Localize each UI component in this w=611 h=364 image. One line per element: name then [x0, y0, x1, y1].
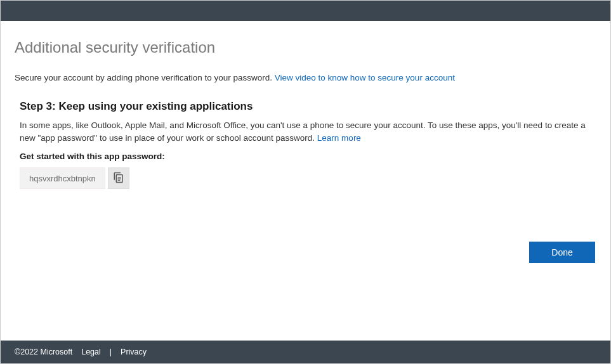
learn-more-link[interactable]: Learn more: [317, 133, 361, 143]
done-button[interactable]: Done: [529, 242, 595, 263]
footer-legal-link[interactable]: Legal: [81, 348, 101, 356]
step-description-text: In some apps, like Outlook, Apple Mail, …: [20, 120, 586, 143]
footer-separator: |: [110, 348, 112, 356]
svg-rect-2: [117, 179, 120, 180]
subtitle-line: Secure your account by adding phone veri…: [15, 73, 596, 82]
copy-icon: [113, 172, 124, 185]
app-password-row: hqsvxrdhcxbtnpkn: [20, 167, 596, 189]
footer: ©2022 Microsoft Legal | Privacy: [1, 341, 610, 363]
header-bar: [1, 1, 610, 21]
step-description: In some apps, like Outlook, Apple Mail, …: [20, 119, 596, 144]
subtitle-text: Secure your account by adding phone veri…: [15, 73, 275, 82]
app-password-value: hqsvxrdhcxbtnpkn: [20, 167, 105, 189]
svg-rect-0: [117, 177, 121, 178]
step-heading: Step 3: Keep using your existing applica…: [20, 100, 596, 113]
main-content: Additional security verification Secure …: [1, 21, 610, 341]
step-section: Step 3: Keep using your existing applica…: [15, 100, 596, 189]
video-link[interactable]: View video to know how to secure your ac…: [275, 73, 455, 82]
copy-button[interactable]: [108, 167, 129, 189]
svg-rect-1: [117, 178, 121, 179]
footer-copyright: ©2022 Microsoft: [15, 348, 72, 356]
page-title: Additional security verification: [15, 39, 596, 56]
get-started-label: Get started with this app password:: [20, 152, 596, 161]
footer-privacy-link[interactable]: Privacy: [121, 348, 147, 356]
